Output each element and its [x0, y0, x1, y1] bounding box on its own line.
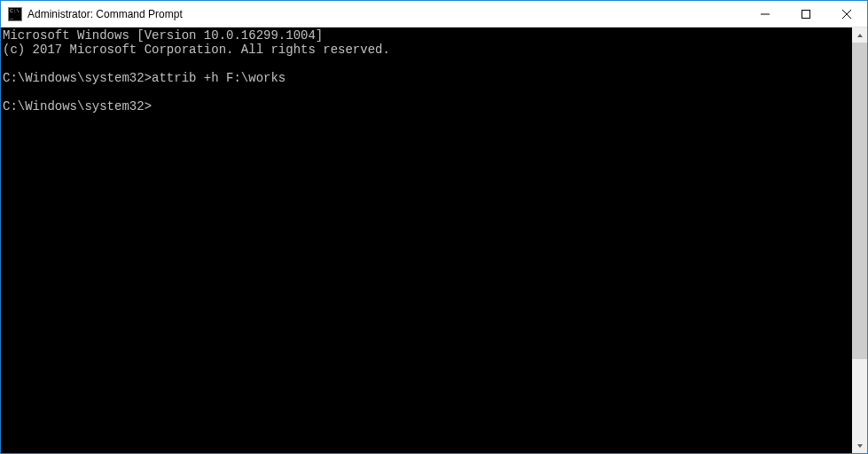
close-icon: [842, 10, 851, 19]
terminal-line: C:\Windows\system32>attrib +h F:\works: [3, 71, 852, 85]
cmd-icon: [8, 7, 22, 21]
scroll-thumb[interactable]: [852, 43, 867, 359]
vertical-scrollbar[interactable]: [852, 27, 867, 453]
maximize-icon: [802, 10, 810, 19]
scroll-down-button[interactable]: [852, 438, 867, 453]
terminal-line: [3, 57, 852, 71]
scroll-up-button[interactable]: [852, 27, 867, 43]
terminal-line: [3, 85, 852, 99]
maximize-button[interactable]: [786, 1, 826, 27]
terminal-line: Microsoft Windows [Version 10.0.16299.10…: [3, 28, 852, 43]
client-area: Microsoft Windows [Version 10.0.16299.10…: [1, 27, 867, 453]
terminal-line: (c) 2017 Microsoft Corporation. All righ…: [3, 43, 852, 57]
window-title: Administrator: Command Prompt: [27, 8, 745, 20]
chevron-up-icon: [856, 32, 864, 39]
minimize-icon: [761, 10, 770, 19]
window-controls: [745, 1, 867, 27]
terminal-line: C:\Windows\system32>: [3, 99, 852, 114]
close-button[interactable]: [826, 1, 867, 27]
command-prompt-window: Administrator: Command Prompt Microsoft …: [0, 0, 868, 454]
svg-marker-5: [857, 444, 863, 448]
titlebar[interactable]: Administrator: Command Prompt: [1, 1, 867, 27]
chevron-down-icon: [856, 442, 864, 450]
terminal-output[interactable]: Microsoft Windows [Version 10.0.16299.10…: [1, 27, 852, 453]
svg-rect-1: [802, 11, 810, 19]
svg-marker-4: [857, 34, 863, 37]
minimize-button[interactable]: [745, 1, 786, 27]
scroll-track[interactable]: [852, 43, 867, 438]
